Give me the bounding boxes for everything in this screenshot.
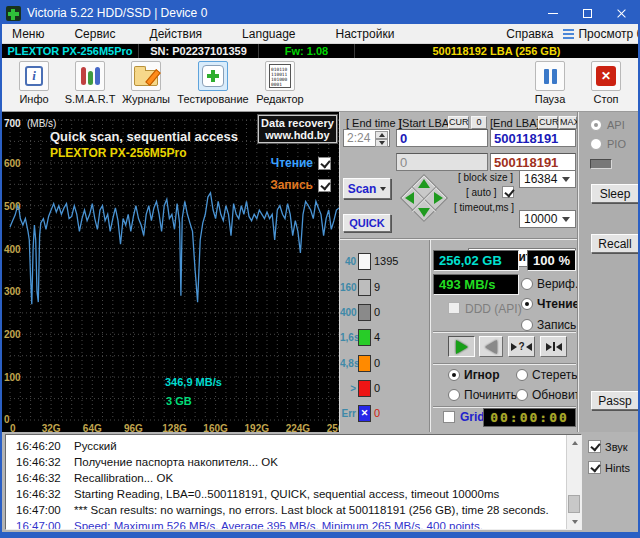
activity-led: [590, 159, 612, 169]
grid-checkbox[interactable]: [443, 411, 455, 423]
log-box: 16:46:20Русский 16:46:32Получение паспор…: [5, 434, 582, 530]
sound-checkbox-row: Звук: [588, 440, 638, 453]
scroll-up-button[interactable]: [567, 435, 582, 450]
auto-checkbox[interactable]: [502, 186, 514, 198]
journals-label: Журналы: [122, 93, 170, 105]
block-stat-count: 1395: [374, 255, 398, 267]
ignore-radio[interactable]: [448, 369, 460, 381]
api-label: API: [607, 119, 625, 131]
pause-icon: [544, 69, 557, 84]
sleep-button[interactable]: Sleep: [591, 184, 639, 203]
menu-item-help[interactable]: Справка: [500, 25, 559, 43]
api-radio[interactable]: [590, 119, 602, 131]
menu-item-settings[interactable]: Настройки: [330, 25, 401, 43]
editor-button[interactable]: 010110 110011 101000 0001 Редактор: [252, 61, 308, 110]
menu-item-actions[interactable]: Действия: [144, 25, 209, 43]
svg-text:0: 0: [10, 423, 16, 432]
block-color-swatch: [358, 279, 371, 296]
seek-left-button[interactable]: [405, 192, 414, 204]
start-lba-input[interactable]: 0: [396, 129, 488, 147]
butterfly-test-button[interactable]: [540, 336, 567, 357]
separator: [433, 363, 576, 365]
end-lba-cur-button[interactable]: CUR: [538, 116, 558, 129]
maximize-button[interactable]: [570, 2, 604, 24]
ddd-api-checkbox[interactable]: [448, 302, 460, 314]
sound-checkbox[interactable]: [588, 440, 601, 453]
menu-item-service[interactable]: Сервис: [68, 25, 121, 43]
svg-text:224G: 224G: [286, 423, 311, 432]
smart-icon: [81, 67, 100, 85]
hints-checkbox-row: Hints: [588, 461, 638, 474]
buffer-list-icon: [563, 29, 574, 39]
erase-radio[interactable]: [516, 369, 528, 381]
device-firmware: Fw: 1.08: [259, 44, 355, 58]
bottom-frame: [2, 532, 638, 536]
svg-text:100: 100: [4, 372, 21, 383]
quick-button[interactable]: QUICK: [343, 214, 391, 232]
end-lba-input[interactable]: 500118191: [490, 129, 576, 147]
app-icon: [6, 6, 21, 21]
hints-checkbox[interactable]: [588, 461, 601, 474]
testing-button[interactable]: Тестирование: [174, 61, 252, 110]
info-button[interactable]: i Инфо: [6, 61, 62, 110]
menu-item-menu[interactable]: Меню: [6, 25, 50, 43]
hints-label: Hints: [605, 462, 630, 474]
scan-button[interactable]: Scan: [343, 178, 391, 199]
auto-label: [ auto ]: [466, 187, 497, 198]
back-button[interactable]: [479, 336, 503, 357]
end-lba-max-button[interactable]: MAX: [559, 116, 577, 129]
log-line: 16:46:32Recallibration... OK: [6, 470, 581, 486]
timeout-label: [ timeout,ms ]: [454, 202, 514, 213]
write-radio[interactable]: [521, 319, 533, 331]
block-stat-label: 160: [340, 282, 356, 293]
end-time-spinner[interactable]: 2:24: [343, 129, 390, 147]
timeout-combo[interactable]: 10000: [519, 210, 576, 228]
passp-button[interactable]: Passp: [591, 391, 639, 410]
svg-text:128G: 128G: [162, 423, 187, 432]
refresh-radio[interactable]: [516, 389, 528, 401]
legend-write-checkbox[interactable]: [318, 179, 331, 192]
menu-item-language[interactable]: Language: [236, 25, 301, 43]
legend-read-checkbox[interactable]: [318, 157, 331, 170]
svg-text:200: 200: [4, 329, 21, 340]
block-stat-row: 400 0: [340, 303, 380, 321]
close-button[interactable]: [604, 2, 638, 24]
scan-button-label: Scan: [348, 182, 377, 196]
seek-right-button[interactable]: [434, 192, 443, 204]
start-lba-zero-button[interactable]: 0: [471, 116, 487, 129]
stop-button[interactable]: ✕ Стоп: [578, 61, 634, 110]
block-stat-row: > 0: [340, 379, 380, 397]
block-size-combo[interactable]: 16384: [519, 170, 576, 188]
recall-button[interactable]: Recall: [591, 234, 639, 253]
erase-radio-row: Стереть: [516, 368, 577, 382]
journals-button[interactable]: Журналы: [118, 61, 174, 110]
read-radio[interactable]: [521, 298, 533, 310]
smart-button[interactable]: S.M.A.R.T: [62, 61, 118, 110]
start-lba-current-field: 0: [396, 153, 488, 171]
end-time-up-button[interactable]: [375, 131, 388, 139]
block-color-swatch: [358, 329, 371, 346]
start-lba-cur-button[interactable]: CUR: [448, 116, 469, 129]
block-color-swatch: [358, 304, 371, 321]
seek-down-button[interactable]: [418, 208, 430, 217]
control-panel: [ End time ] [Start LBA] CUR 0 [End LBA]…: [339, 112, 577, 432]
read-label: Чтение: [537, 297, 579, 311]
minimize-button[interactable]: [536, 2, 570, 24]
seek-up-button[interactable]: [418, 179, 430, 188]
pause-button[interactable]: Пауза: [522, 61, 578, 110]
svg-text:700: 700: [4, 118, 21, 129]
scroll-down-button[interactable]: [567, 514, 582, 529]
scroll-thumb[interactable]: [568, 495, 580, 513]
end-time-down-button[interactable]: [375, 139, 388, 147]
pio-radio[interactable]: [590, 138, 602, 150]
log-scrollbar[interactable]: [566, 435, 581, 529]
seek-test-button[interactable]: ?: [508, 336, 535, 357]
block-stat-label: 4,8s: [340, 358, 356, 369]
end-time-label: [ End time ]: [346, 117, 402, 129]
block-color-swatch: [358, 355, 371, 372]
start-test-button[interactable]: [448, 336, 475, 357]
buffer-view-button[interactable]: Просмотр буфера: [559, 25, 640, 43]
block-stat-label: 1,6s: [340, 332, 356, 343]
repair-radio[interactable]: [448, 389, 460, 401]
verify-radio[interactable]: [521, 278, 533, 290]
